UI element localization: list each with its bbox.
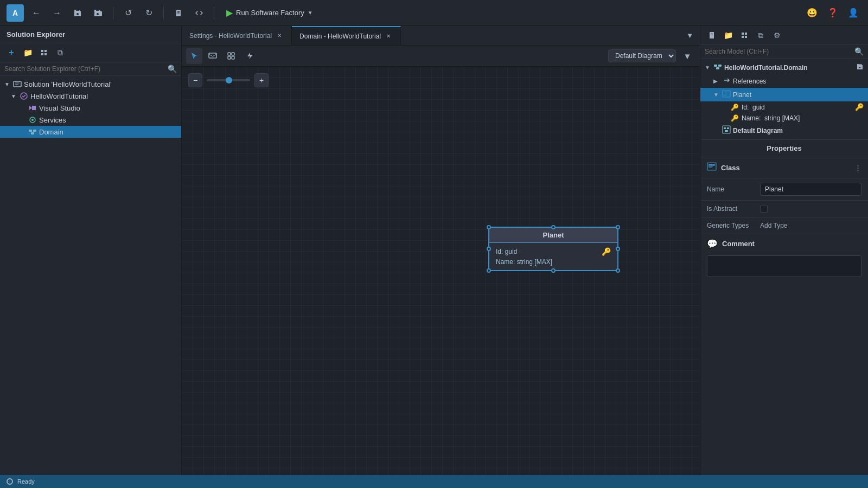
tree-item-solution[interactable]: ▼ Solution 'HelloWorldTutorial': [0, 78, 181, 90]
model-item-domain-root[interactable]: ▼ HelloWorldTutorial.Domain: [700, 61, 868, 74]
handle-tm[interactable]: [551, 225, 556, 229]
play-icon: ▶: [226, 8, 233, 18]
model-new-btn[interactable]: [705, 28, 719, 42]
pointer-tool-btn[interactable]: [186, 48, 202, 64]
entity-field-id[interactable]: Id: guid 🔑: [496, 246, 611, 257]
prop-name-input[interactable]: [760, 183, 861, 196]
svg-rect-10: [232, 53, 234, 55]
handle-ml[interactable]: [487, 247, 491, 251]
component-tool-btn[interactable]: [223, 48, 239, 64]
model-explorer-toolbar: 📁 ⧉ ⚙: [700, 26, 868, 45]
zoom-slider-thumb[interactable]: [226, 77, 232, 84]
model-item-references[interactable]: ▶ References: [700, 74, 868, 88]
model-item-id[interactable]: 🔑 Id: guid 🔑: [700, 101, 868, 113]
prop-more-btn[interactable]: ⋮: [854, 164, 861, 172]
domain-icon: [28, 127, 37, 136]
entity-planet[interactable]: Planet Id: guid 🔑 Name: string [MAX]: [488, 227, 618, 271]
hwt-label: HelloWorldTutorial: [30, 92, 88, 100]
account-btn[interactable]: 👤: [845, 5, 861, 21]
svg-rect-12: [232, 56, 234, 59]
tab-settings-close[interactable]: ✕: [275, 31, 284, 40]
tab-domain[interactable]: Domain - HelloWorldTutorial ✕: [292, 26, 401, 45]
bolt-tool-btn[interactable]: [241, 48, 258, 64]
save-all-btn[interactable]: [90, 5, 106, 21]
diagram-chevron-btn[interactable]: ▼: [679, 48, 695, 64]
domain-label: Domain: [39, 128, 63, 136]
prop-abstract-checkbox[interactable]: [760, 205, 768, 213]
collapse-all-btn[interactable]: ⧉: [53, 46, 67, 60]
model-tree: ▼ HelloWorldTutorial.Domain ▶ References: [700, 59, 868, 139]
solution-label: Solution 'HelloWorldTutorial': [24, 80, 112, 88]
handle-br[interactable]: [616, 268, 620, 273]
tab-settings[interactable]: Settings - HelloWorldTutorial ✕: [182, 26, 292, 45]
comment-input-area[interactable]: [707, 255, 861, 277]
emoji-btn[interactable]: 😀: [804, 5, 820, 21]
svg-rect-14: [718, 65, 722, 67]
separator-3: [214, 7, 214, 20]
undo-btn[interactable]: ↺: [120, 5, 136, 21]
zoom-controls: − +: [188, 73, 269, 87]
add-item-btn[interactable]: +: [4, 46, 18, 60]
run-chevron-icon: ▼: [308, 10, 313, 16]
tabs-bar: Settings - HelloWorldTutorial ✕ Domain -…: [182, 26, 700, 46]
new-file-btn[interactable]: [170, 5, 187, 21]
folder-btn[interactable]: 📁: [21, 46, 35, 60]
entity-field-name[interactable]: Name: string [MAX]: [496, 257, 611, 267]
back-btn[interactable]: ←: [28, 5, 44, 21]
zoom-out-btn[interactable]: −: [188, 73, 202, 87]
services-icon: [28, 115, 37, 124]
domain-root-chevron: ▼: [705, 65, 711, 70]
diagram-selector[interactable]: Default Diagram: [608, 49, 676, 62]
help-btn[interactable]: ❓: [825, 5, 841, 21]
model-item-planet[interactable]: ▼ Planet: [700, 88, 868, 101]
tree-item-vs[interactable]: Visual Studio: [0, 102, 181, 114]
status-text: Ready: [17, 478, 35, 485]
prop-abstract-label: Is Abstract: [707, 205, 756, 213]
svg-rect-6: [33, 130, 36, 132]
tree-item-hwt[interactable]: ▼ HelloWorldTutorial: [0, 90, 181, 102]
prop-add-type-btn[interactable]: Add Type: [760, 222, 787, 229]
model-item-name[interactable]: 🔑 Name: string [MAX]: [700, 113, 868, 124]
prop-row-name: Name: [700, 178, 868, 201]
handle-mr[interactable]: [616, 247, 620, 251]
solution-search-input[interactable]: [4, 65, 168, 73]
model-item-default-diagram[interactable]: Default Diagram: [700, 124, 868, 137]
svg-rect-15: [716, 67, 719, 69]
tree-item-services[interactable]: Services: [0, 114, 181, 126]
toolbar-right: 😀 ❓ 👤: [804, 5, 861, 21]
save-file-btn[interactable]: [69, 5, 86, 21]
app-logo[interactable]: A: [7, 4, 24, 22]
tree-item-domain[interactable]: Domain: [0, 126, 181, 138]
svg-rect-11: [228, 56, 231, 59]
refs-icon: [722, 76, 731, 86]
domain-root-icon: [713, 62, 722, 73]
redo-btn[interactable]: ↻: [141, 5, 157, 21]
run-software-factory-btn[interactable]: ▶ Run Software Factory ▼: [221, 5, 318, 20]
message-tool-btn[interactable]: [205, 48, 221, 64]
expand-all-btn[interactable]: [37, 46, 51, 60]
zoom-in-btn[interactable]: +: [254, 73, 269, 87]
model-collapse-btn[interactable]: ⧉: [754, 28, 768, 42]
handle-bl[interactable]: [487, 268, 491, 273]
tab-domain-close[interactable]: ✕: [384, 32, 393, 41]
prop-row-generic: Generic Types Add Type: [700, 217, 868, 234]
tabs-end-btn[interactable]: ▼: [680, 26, 700, 45]
svg-point-4: [31, 119, 34, 121]
model-open-btn[interactable]: 📁: [721, 28, 735, 42]
handle-tr[interactable]: [616, 225, 620, 229]
vs-icon: [28, 104, 37, 112]
solution-search-box: 🔍: [0, 62, 181, 76]
zoom-slider-track[interactable]: [207, 79, 250, 81]
tab-settings-label: Settings - HelloWorldTutorial: [189, 32, 272, 40]
svg-rect-17: [723, 126, 730, 133]
model-search-input[interactable]: [705, 48, 854, 55]
model-expand-btn[interactable]: [737, 28, 751, 42]
model-settings-btn[interactable]: ⚙: [770, 28, 784, 42]
name-key-icon: 🔑: [731, 114, 739, 122]
handle-bm[interactable]: [551, 268, 556, 273]
planet-class-icon: [722, 89, 731, 100]
code-view-btn[interactable]: [191, 5, 207, 21]
forward-btn[interactable]: →: [49, 5, 65, 21]
handle-tl[interactable]: [487, 225, 491, 229]
canvas[interactable]: − + Planet Id: guid: [182, 67, 700, 475]
